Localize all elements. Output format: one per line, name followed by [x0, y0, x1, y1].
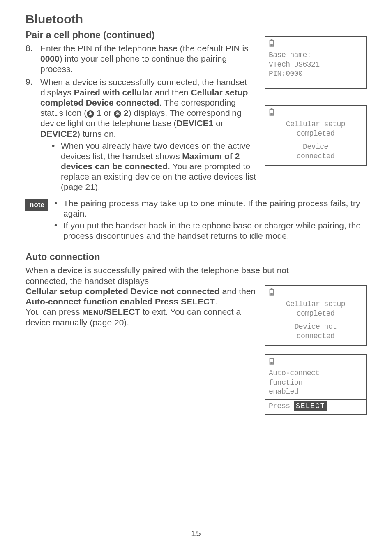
text: or [101, 108, 114, 118]
text: Enter the PIN of the telephone base (the… [40, 44, 249, 53]
bold-text: Cellular setup completed Device not conn… [25, 286, 220, 296]
lcd-line: Cellular setup [269, 300, 362, 309]
lcd-footer: Press SELECT [265, 399, 366, 414]
lcd-screen-connected: Cellular setup completed Device connecte… [265, 105, 367, 166]
lcd-line: completed [269, 129, 362, 138]
lcd-line: Device not [269, 322, 362, 332]
lcd-line: Auto-connect [269, 369, 362, 378]
lcd-line: enabled [269, 387, 362, 397]
text: . [215, 297, 217, 306]
battery-icon [269, 288, 362, 298]
note-item: • If you put the handset back in the tel… [54, 220, 367, 241]
bluetooth-icon: ✱ [114, 110, 121, 118]
lcd-line: completed [269, 309, 362, 318]
battery-icon [269, 39, 362, 49]
lcd-screen-pin: Base name: VTech DS6321 PIN:0000 [265, 36, 367, 89]
step-number: 8. [25, 43, 40, 74]
bullet-text: When you already have two devices on the… [61, 141, 258, 192]
text: ) into your cell phone to continue the p… [40, 54, 227, 74]
lcd-line: VTech DS6321 [269, 60, 362, 69]
note-block: note • The pairing process may take up t… [25, 198, 367, 243]
note-label: note [25, 199, 48, 211]
step-text: When a device is successfully connected,… [40, 77, 258, 192]
lcd-line: connected [269, 332, 362, 341]
text: ) turns on. [77, 129, 116, 138]
bold-text: Auto-connect function enabled Press SELE… [25, 297, 215, 306]
lcd-line: Cellular setup [269, 120, 362, 129]
step-8: 8. Enter the PIN of the telephone base (… [25, 43, 258, 74]
bullet-dot: • [52, 141, 61, 192]
text: and then [152, 88, 191, 97]
note-item: • The pairing process may take up to one… [54, 198, 367, 219]
lcd-screen-not-connected: Cellular setup completed Device not conn… [265, 285, 367, 346]
device-num: 1 [97, 108, 101, 118]
text: When a device is successfully paired wit… [25, 265, 289, 285]
step-text: Enter the PIN of the telephone base (the… [40, 43, 258, 74]
text: or [213, 118, 224, 128]
lcd-line: connected [269, 152, 362, 161]
bold-text: Paired with cellular [74, 88, 152, 97]
page-title: Bluetooth [25, 12, 367, 26]
text: You can press [25, 307, 82, 316]
lcd-line: PIN:0000 [269, 69, 362, 78]
lcd-line: Device [269, 142, 362, 152]
note-text: If you put the handset back in the telep… [63, 220, 367, 241]
lcd-line: function [269, 378, 362, 388]
lcd-screen-autoconnect: Auto-connect function enabled Press SELE… [265, 354, 367, 415]
bold-text: DEVICE1 [177, 118, 214, 128]
note-text: The pairing process may take up to one m… [63, 198, 367, 219]
bluetooth-icon: ✱ [87, 110, 94, 118]
select-key: /SELECT [104, 307, 140, 316]
select-button-inverted: SELECT [294, 401, 327, 411]
bold-text: DEVICE2 [40, 129, 77, 138]
device-num: 2 [124, 108, 129, 118]
page-number: 15 [25, 528, 367, 538]
menu-key: MENU [82, 309, 104, 316]
lcd-line: Base name: [269, 51, 362, 60]
step-9: 9. When a device is successfully connect… [25, 77, 258, 192]
note-list: • The pairing process may take up to one… [54, 198, 367, 243]
section-heading-auto: Auto connection [25, 251, 367, 263]
press-label: Press [269, 402, 290, 410]
pin-value: 0000 [40, 54, 60, 63]
sub-bullet: • When you already have two devices on t… [40, 141, 258, 192]
battery-icon [269, 108, 362, 118]
bullet-dot: • [54, 198, 63, 219]
step-number: 9. [25, 77, 40, 192]
battery-icon [269, 358, 362, 367]
bullet-dot: • [54, 220, 63, 241]
text: and then [220, 286, 256, 296]
